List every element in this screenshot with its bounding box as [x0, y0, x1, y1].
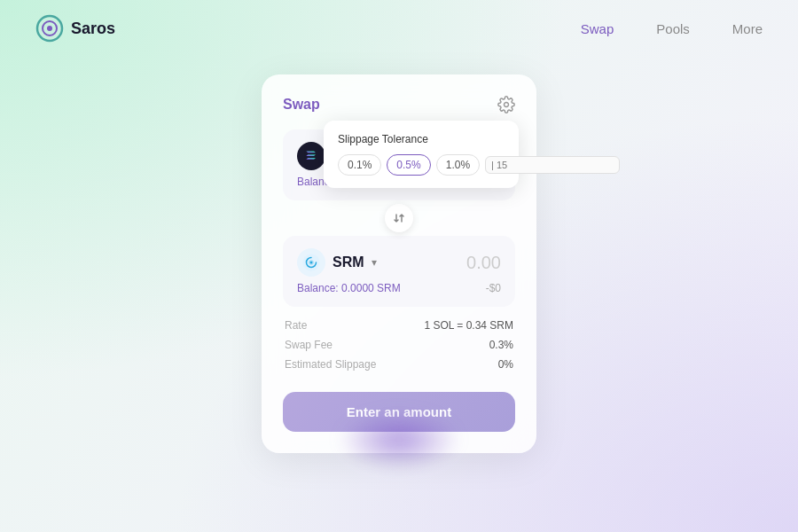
card-title: Swap — [283, 97, 320, 113]
est-slippage-label: Estimated Slippage — [285, 358, 376, 371]
saros-logo-icon — [35, 14, 64, 43]
svg-point-2 — [47, 26, 52, 31]
slippage-row: Estimated Slippage 0% — [285, 358, 513, 371]
est-slippage-value: 0% — [498, 358, 513, 371]
svg-point-6 — [310, 262, 313, 264]
decoration-blob — [337, 409, 461, 471]
slippage-title: Slippage Tolerance — [338, 133, 505, 145]
token-chevron-icon: ▾ — [372, 256, 377, 269]
to-token-bottom: Balance: 0.0000 SRM -$0 — [297, 282, 501, 294]
slippage-panel: Slippage Tolerance 0.1% 0.5% 1.0% — [324, 121, 519, 188]
to-token-row: SRM ▾ 0.00 — [297, 248, 501, 277]
swap-direction-button[interactable] — [385, 204, 413, 232]
logo-text: Saros — [71, 20, 115, 38]
sol-icon — [297, 142, 325, 170]
main-content: Swap Slippage Tolerance 0.1% 0.5% 1.0% — [0, 57, 798, 453]
swap-direction-wrapper — [283, 204, 515, 232]
to-token-box: SRM ▾ 0.00 Balance: 0.0000 SRM -$0 — [283, 236, 515, 307]
fee-label: Swap Fee — [285, 339, 332, 351]
rate-label: Rate — [285, 319, 307, 332]
fee-value: 0.3% — [489, 339, 513, 351]
settings-icon[interactable] — [497, 96, 515, 113]
slippage-05-btn[interactable]: 0.5% — [387, 154, 430, 176]
to-token-symbol: SRM — [332, 254, 364, 270]
to-token-balance: Balance: 0.0000 SRM — [297, 282, 401, 294]
main-nav: Swap Pools More — [581, 21, 763, 36]
logo: Saros — [35, 14, 115, 43]
slippage-custom-input[interactable] — [485, 156, 620, 174]
header: Saros Swap Pools More — [0, 0, 798, 57]
to-token-selector[interactable]: SRM ▾ — [297, 248, 377, 277]
rate-row: Rate 1 SOL = 0.34 SRM — [285, 319, 513, 332]
nav-more[interactable]: More — [732, 21, 763, 36]
slippage-01-btn[interactable]: 0.1% — [338, 154, 381, 176]
nav-swap[interactable]: Swap — [581, 21, 614, 36]
srm-icon — [297, 248, 325, 277]
svg-point-3 — [505, 103, 509, 107]
fee-row: Swap Fee 0.3% — [285, 339, 513, 351]
info-section: Rate 1 SOL = 0.34 SRM Swap Fee 0.3% Esti… — [283, 319, 515, 371]
card-header: Swap — [283, 96, 515, 113]
to-token-usd: -$0 — [486, 282, 501, 294]
slippage-10-btn[interactable]: 1.0% — [436, 154, 480, 176]
rate-value: 1 SOL = 0.34 SRM — [424, 319, 513, 332]
slippage-options: 0.1% 0.5% 1.0% — [338, 154, 505, 176]
to-token-amount: 0.00 — [466, 253, 501, 273]
swap-card: Swap Slippage Tolerance 0.1% 0.5% 1.0% — [262, 74, 536, 453]
nav-pools[interactable]: Pools — [656, 21, 690, 36]
